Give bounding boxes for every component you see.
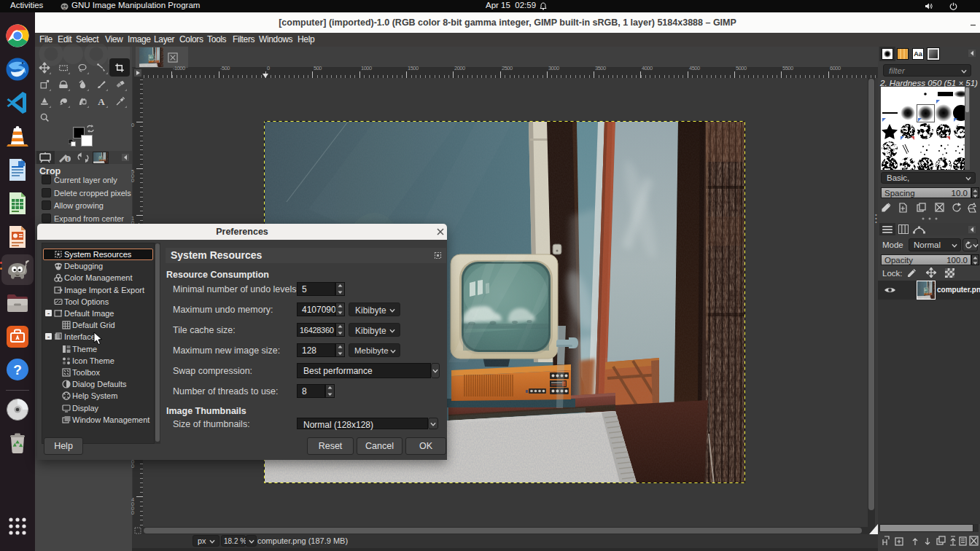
svg-text:?: ?: [13, 362, 22, 378]
svg-text:i: i: [67, 157, 69, 162]
svg-text:A: A: [98, 96, 105, 107]
